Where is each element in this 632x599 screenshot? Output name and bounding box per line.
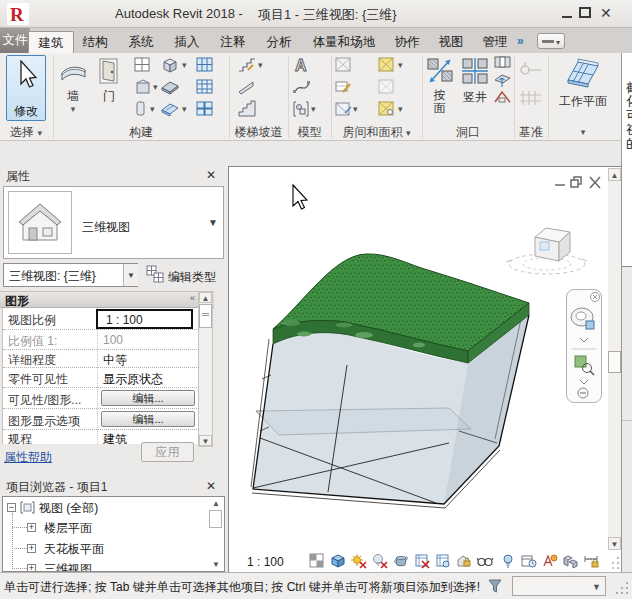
model-group-tool-icon[interactable] [292, 100, 312, 118]
render-icon[interactable] [395, 557, 408, 566]
show-crop-region-icon[interactable] [437, 555, 449, 567]
tab-view[interactable]: 视图 [434, 31, 468, 53]
tab-analyze[interactable]: 分析 [262, 31, 296, 53]
minimize-button[interactable] [560, 2, 574, 22]
wall-button[interactable]: 墙 ▾ [56, 55, 90, 121]
tab-manage[interactable]: 管理 [478, 31, 512, 53]
shadows-icon[interactable] [374, 555, 388, 569]
room-separator-dropdown-arrow[interactable]: ▾ [398, 61, 403, 70]
area-plan-dropdown-arrow[interactable]: ▾ [353, 105, 358, 114]
structural-column-tool-icon[interactable] [133, 100, 149, 118]
build-panel-label[interactable]: 构建 [56, 124, 226, 138]
property-row[interactable]: 零件可见性 显示原状态 [3, 368, 199, 388]
properties-header[interactable]: 属性 ✕ [0, 165, 227, 185]
select-panel-label[interactable]: 选择 ▾ [0, 124, 52, 138]
project-browser-header[interactable]: 项目浏览器 - 项目1 ✕ [0, 476, 227, 496]
scroll-down-icon[interactable]: ▼ [608, 537, 621, 550]
temporary-hide-isolate-icon[interactable] [477, 558, 493, 566]
properties-scroll-thumb[interactable] [199, 304, 212, 328]
wall-opening-tool-icon[interactable] [494, 55, 511, 70]
structural-column-dropdown-arrow[interactable]: ▾ [150, 105, 155, 114]
type-selector-dropdown-arrow[interactable]: ▼ [208, 217, 218, 228]
property-row[interactable]: 详细程度 中等 [3, 350, 199, 368]
scroll-up-icon[interactable]: ▲ [608, 168, 621, 181]
area-boundary-dropdown-arrow[interactable]: ▾ [398, 105, 403, 114]
tab-massing-site[interactable]: 体量和场地 [304, 31, 384, 53]
tree-collapse-icon[interactable]: − [7, 503, 16, 512]
tree-item-ceiling-plans[interactable]: 天花板平面 [44, 541, 104, 558]
project-browser-close-icon[interactable]: ✕ [206, 479, 216, 493]
tab-collaborate[interactable]: 协作 [390, 31, 424, 53]
area-tool-icon[interactable] [377, 78, 397, 96]
rooms-panel-label[interactable]: 房间和面积 ▾ [331, 124, 422, 138]
view-scale-input[interactable]: 1 : 100 [96, 309, 193, 329]
view-scale-control[interactable]: 1 : 100 [247, 555, 284, 569]
file-menu-button[interactable]: 文件 [0, 28, 30, 53]
browser-scroll-thumb[interactable] [209, 510, 222, 528]
graphic-display-edit-button[interactable]: 编辑... [101, 411, 195, 427]
tree-item-floor-plans[interactable]: 楼层平面 [44, 520, 92, 537]
grid-tool-icon[interactable] [519, 89, 543, 107]
tab-systems[interactable]: 系统 [124, 31, 158, 53]
tab-insert[interactable]: 插入 [170, 31, 204, 53]
area-boundary-tool-icon[interactable] [377, 100, 397, 118]
browser-scroll-down-icon[interactable]: ▼ [209, 559, 223, 570]
apply-button[interactable]: 应用 [141, 442, 194, 462]
model-line-tool-icon[interactable] [292, 78, 312, 96]
tree-item-3d-views[interactable]: 三维视图 [44, 561, 92, 572]
drawing-area[interactable]: ▲ ▼ 1 : 100 [228, 166, 621, 572]
property-row[interactable]: 视图比例 1 : 100 [3, 308, 199, 330]
edit-type-button[interactable]: 编辑类型 [168, 269, 216, 286]
view-window-controls[interactable] [555, 177, 600, 188]
tree-item-views[interactable]: 视图 (全部) [39, 500, 98, 517]
roof-tool-icon[interactable] [160, 100, 180, 118]
work-plane-button[interactable]: 工作平面 [551, 54, 615, 124]
modify-button[interactable]: 修改 [6, 55, 46, 121]
graphics-section-header[interactable]: 图形 « [0, 291, 214, 308]
work-plane-panel-dropdown[interactable]: ▾ [551, 124, 615, 138]
component-dropdown-arrow[interactable]: ▾ [182, 61, 187, 70]
stair-tool-icon[interactable] [237, 100, 257, 118]
status-filter-dropdown[interactable]: ▼ [512, 576, 606, 596]
maximize-button[interactable] [579, 7, 591, 18]
crop-view-icon[interactable] [416, 555, 429, 568]
component-tool-icon[interactable] [160, 56, 180, 74]
properties-scroll-down-icon[interactable]: ▼ [199, 435, 212, 446]
stairs-panel-label[interactable]: 楼梯坡道 [229, 124, 288, 138]
view-control-bar[interactable] [309, 553, 609, 570]
scroll-thumb[interactable] [608, 351, 621, 373]
model-panel-label[interactable]: 模型 [288, 124, 331, 138]
type-selector[interactable]: 三维视图 ▼ [3, 186, 224, 259]
ramp-tool-icon[interactable] [237, 78, 257, 96]
property-row[interactable]: 比例值 1: 100 [3, 330, 199, 350]
opening-by-face-button[interactable]: 按面 [424, 55, 455, 121]
curtain-grid-tool-icon[interactable] [195, 78, 215, 96]
instance-combo-arrow[interactable]: ▼ [127, 271, 135, 280]
model-group-dropdown-arrow[interactable]: ▾ [311, 105, 316, 114]
tree-expand-icon[interactable]: + [27, 564, 36, 572]
datum-panel-label[interactable]: 基准 [514, 124, 548, 138]
room-separator-tool-icon[interactable] [377, 56, 397, 74]
window-tool-icon[interactable] [133, 56, 153, 74]
railing-tool-icon[interactable] [237, 56, 257, 74]
visual-style-icon[interactable] [332, 555, 344, 567]
close-button[interactable]: ✕ [600, 5, 612, 21]
displacement-icon[interactable] [564, 556, 577, 568]
properties-close-icon[interactable]: ✕ [206, 168, 216, 182]
mullion-tool-icon[interactable] [195, 100, 215, 118]
tab-architecture[interactable]: 建筑 [28, 31, 74, 53]
measure-icon[interactable] [585, 556, 598, 567]
properties-help-link[interactable]: 属性帮助 [4, 449, 52, 466]
railing-dropdown-arrow[interactable]: ▾ [258, 61, 263, 70]
section-collapse-icon[interactable]: « [190, 293, 195, 303]
column-tool-icon[interactable] [133, 78, 153, 96]
tree-expand-icon[interactable]: + [27, 544, 36, 553]
vertical-opening-tool-icon[interactable] [494, 72, 511, 88]
roof-dropdown-arrow[interactable]: ▾ [182, 105, 187, 114]
tag-room-tool-icon[interactable] [334, 78, 354, 96]
navigation-bar[interactable] [566, 289, 602, 403]
filter-icon[interactable] [487, 578, 504, 595]
view-cube[interactable] [506, 228, 587, 274]
model-text-tool-icon[interactable]: A [292, 56, 312, 74]
door-button[interactable]: 门 [93, 55, 125, 121]
